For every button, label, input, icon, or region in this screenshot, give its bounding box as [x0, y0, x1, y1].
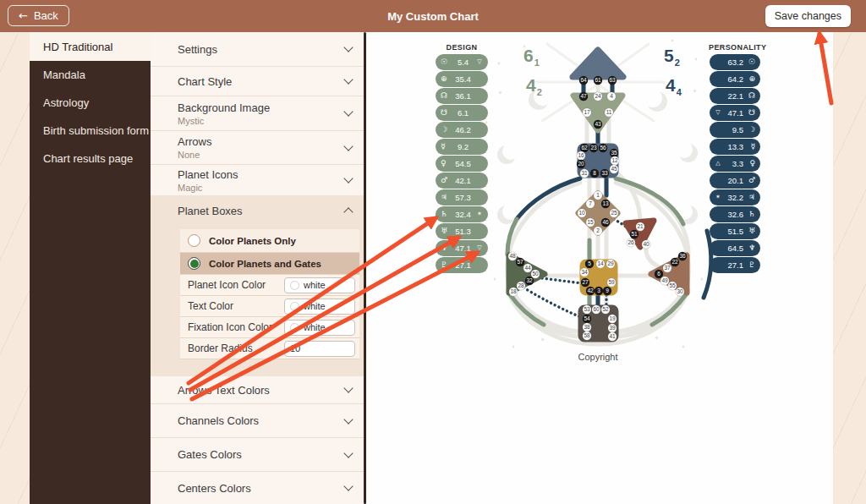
personality-pill-north-node: 22.1☊	[710, 88, 760, 104]
svg-text:19: 19	[609, 315, 616, 321]
planet-boxes-header[interactable]: Planet Boxes	[151, 195, 364, 226]
svg-text:18: 18	[510, 288, 517, 294]
section-arrows-text-colors[interactable]: Arrows Text Colors	[151, 376, 364, 404]
svg-text:45: 45	[611, 166, 617, 172]
section-arrows[interactable]: Arrows None	[151, 131, 364, 165]
design-pill-south-node: ☋6.1	[436, 105, 488, 121]
section-title: Planet Boxes	[178, 205, 243, 217]
svg-text:20: 20	[578, 161, 584, 167]
svg-text:61: 61	[595, 77, 601, 83]
sun-icon: ☉	[746, 58, 755, 66]
border-radius-input[interactable]	[284, 341, 355, 357]
svg-text:31: 31	[581, 170, 588, 176]
south-node-icon: ☋	[746, 109, 755, 117]
planet-icon-color-picker[interactable]: white	[284, 277, 355, 293]
gate-2: 2	[594, 227, 602, 235]
gate-44: 44	[523, 264, 532, 272]
gate-line-value: 63.2	[721, 58, 746, 67]
sidebar-item-mandala[interactable]: Mandala	[30, 61, 151, 89]
back-button-label: Back	[34, 9, 58, 22]
gate-line-value: 46.2	[450, 125, 476, 134]
section-settings[interactable]: Settings	[151, 32, 364, 67]
color-swatch	[290, 302, 299, 311]
field-label: Planet Icon Color	[188, 279, 266, 291]
personality-column-header: PERSONALITY	[709, 43, 761, 52]
sidebar: HD Traditional Mandala Astrology Birth s…	[30, 32, 151, 504]
design-pill-sun: ☉5.4▽	[436, 54, 488, 70]
svg-text:56: 56	[600, 145, 606, 151]
personality-pill-south-node: ▽47.1☋	[710, 105, 760, 121]
gate-line-value: 6.1	[450, 108, 476, 118]
gate-22: 22	[671, 258, 679, 266]
gate-11: 11	[605, 108, 613, 117]
sidebar-item-hd-traditional[interactable]: HD Traditional	[30, 32, 151, 61]
field-label: Text Color	[188, 300, 233, 312]
svg-text:47: 47	[580, 93, 587, 99]
fixation-icon-color-picker[interactable]: white	[284, 320, 355, 336]
chevron-down-icon	[343, 107, 353, 116]
svg-text:63: 63	[609, 77, 616, 83]
sidebar-item-birth-submission-form[interactable]: Birth submission form	[30, 117, 151, 145]
gate-line-value: 64.2	[721, 74, 746, 84]
save-changes-button[interactable]: Save changes	[765, 5, 851, 27]
svg-text:23: 23	[590, 145, 597, 151]
personality-pill-neptune: 64.5♆	[710, 240, 760, 256]
gate-7: 7	[586, 200, 595, 208]
color-swatch	[290, 281, 299, 290]
personality-pill-pluto: 27.1♇	[710, 257, 760, 273]
gate-24: 24	[594, 92, 602, 101]
text-color-picker[interactable]: white	[284, 299, 355, 315]
svg-text:13: 13	[602, 200, 609, 206]
svg-text:48: 48	[509, 253, 516, 259]
section-background-image[interactable]: Background Image Mystic	[151, 96, 364, 131]
section-gates-colors[interactable]: Gates Colors	[151, 438, 364, 472]
section-centers-colors[interactable]: Centers Colors	[151, 472, 364, 504]
gate-56: 56	[599, 144, 607, 152]
gate-1: 1	[594, 191, 602, 200]
sidebar-item-astrology[interactable]: Astrology	[30, 89, 151, 117]
section-selected-value: Magic	[178, 183, 238, 193]
radio-color-planets-and-gates[interactable]: Color Planets and Gates	[180, 253, 359, 275]
gate-17: 17	[583, 108, 591, 117]
design-pill-venus: ♀54.5	[436, 156, 488, 172]
section-chart-style[interactable]: Chart Style	[151, 67, 364, 96]
gate-28: 28	[517, 282, 525, 290]
gate-61: 61	[594, 76, 602, 85]
gate-54: 54	[583, 315, 591, 323]
planet-boxes-controls: Color Planets Only Color Planets and Gat…	[180, 226, 359, 359]
gate-27: 27	[581, 278, 589, 287]
section-planet-icons[interactable]: Planet Icons Magic	[151, 165, 364, 195]
personality-pill-saturn: 32.6♄	[710, 206, 760, 222]
gate-39: 39	[608, 324, 617, 332]
gate-60: 60	[592, 305, 600, 314]
radio-color-planets-only[interactable]: Color Planets Only	[180, 229, 359, 253]
chevron-down-icon	[343, 141, 353, 151]
section-channels-colors[interactable]: Channels Colors	[151, 404, 364, 438]
svg-text:34: 34	[581, 269, 588, 275]
field-fixation-icon-color: Fixation Icon Color white	[180, 317, 359, 338]
chevron-down-icon	[343, 42, 353, 52]
field-label: Border Radius	[188, 342, 253, 354]
svg-text:26: 26	[628, 239, 634, 245]
jupiter-icon: ♃	[441, 194, 450, 201]
gate-41: 41	[608, 332, 617, 341]
svg-text:46: 46	[602, 219, 609, 225]
back-button[interactable]: ← Back	[8, 5, 69, 26]
personality-pill-uranus: 51.5♅	[710, 223, 760, 239]
gate-33: 33	[600, 169, 609, 178]
page-background-left	[0, 32, 30, 504]
svg-text:57: 57	[517, 259, 523, 265]
svg-text:32: 32	[526, 277, 533, 283]
section-planet-boxes: Planet Boxes Color Planets Only Color Pl…	[151, 195, 364, 376]
sidebar-item-chart-results-page[interactable]: Chart results page	[30, 145, 151, 173]
saturn-icon: ♄	[441, 211, 450, 218]
panel-scrollbar[interactable]	[364, 32, 366, 504]
color-swatch	[290, 323, 299, 332]
page-title: My Custom Chart	[0, 10, 866, 23]
svg-text:41: 41	[609, 333, 616, 339]
fixation-icon: ✶	[476, 211, 483, 217]
svg-text:44: 44	[524, 265, 531, 271]
svg-text:21: 21	[637, 223, 644, 229]
section-title: Settings	[178, 43, 217, 56]
chevron-down-icon	[343, 173, 353, 183]
